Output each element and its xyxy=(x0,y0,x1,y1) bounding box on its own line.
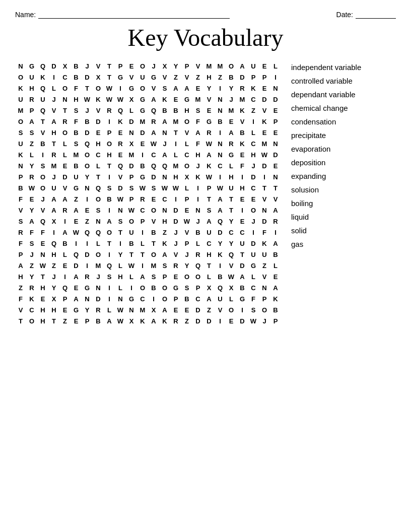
grid-cell: A xyxy=(192,127,203,138)
vocab-item: solid xyxy=(291,226,396,235)
grid-cell: N xyxy=(15,60,26,72)
grid-cell: V xyxy=(37,127,48,138)
grid-cell: R xyxy=(237,83,248,94)
grid-cell: D xyxy=(170,216,181,227)
grid-cell: Z xyxy=(48,260,59,271)
grid-cell: M xyxy=(137,116,148,127)
name-label: Name: xyxy=(15,11,36,19)
grid-cell: E xyxy=(270,105,281,116)
grid-cell: L xyxy=(226,293,237,304)
grid-cell: O xyxy=(137,83,148,94)
page-title: Key Vocabulary xyxy=(15,24,396,51)
grid-cell: O xyxy=(192,271,203,282)
grid-cell: B xyxy=(15,182,26,193)
grid-cell: D xyxy=(192,315,203,326)
grid-cell: Q xyxy=(37,105,48,116)
grid-cell: T xyxy=(104,238,115,249)
grid-cell: N xyxy=(215,149,226,160)
grid-cell: F xyxy=(71,83,82,94)
grid-cell: I xyxy=(215,315,226,326)
grid-cell: L xyxy=(126,105,137,116)
grid-cell: Y xyxy=(82,171,93,182)
grid-cell: T xyxy=(126,249,137,260)
grid-cell: N xyxy=(270,171,281,182)
grid-cell: K xyxy=(259,238,270,249)
grid-cell: J xyxy=(159,138,170,149)
grid-cell: N xyxy=(215,105,226,116)
grid-cell: I xyxy=(48,227,59,238)
grid-cell: N xyxy=(82,182,93,193)
grid-cell: A xyxy=(226,127,237,138)
grid-cell: O xyxy=(26,315,37,326)
grid-cell: K xyxy=(248,83,259,94)
grid-cell: F xyxy=(192,138,203,149)
grid-cell: C xyxy=(93,149,104,160)
grid-cell: Z xyxy=(203,304,215,315)
grid-cell: U xyxy=(26,72,37,83)
grid-cell: N xyxy=(259,205,270,216)
grid-cell: O xyxy=(148,205,159,216)
vocab-item: independent variable xyxy=(291,63,396,72)
grid-cell: C xyxy=(226,227,237,238)
grid-cell: L xyxy=(181,182,192,193)
grid-cell: I xyxy=(137,260,148,271)
grid-cell: L xyxy=(104,304,115,315)
grid-cell: V xyxy=(192,60,203,72)
grid-cell: Q xyxy=(37,216,48,227)
grid-cell: U xyxy=(126,227,137,238)
grid-cell: X xyxy=(226,282,237,293)
grid-cell: B xyxy=(59,238,71,249)
grid-cell: Z xyxy=(15,282,26,293)
grid-cell: N xyxy=(270,83,281,94)
grid-cell: S xyxy=(148,182,159,193)
grid-cell: W xyxy=(115,193,126,205)
grid-cell: I xyxy=(248,116,259,127)
grid-cell: G xyxy=(71,182,82,193)
grid-cell: O xyxy=(37,171,48,182)
grid-cell: T xyxy=(93,171,104,182)
grid-cell: I xyxy=(137,227,148,238)
grid-cell: P xyxy=(126,193,137,205)
grid-cell: S xyxy=(93,205,104,216)
grid-cell: P xyxy=(104,127,115,138)
grid-cell: A xyxy=(137,271,148,282)
grid-cell: I xyxy=(48,72,59,83)
grid-cell: P xyxy=(270,315,281,326)
grid-cell: X xyxy=(48,216,59,227)
vocab-item: boiling xyxy=(291,199,396,208)
grid-cell: V xyxy=(115,171,126,182)
grid-cell: D xyxy=(82,127,93,138)
grid-cell: T xyxy=(203,193,215,205)
grid-cell: N xyxy=(192,205,203,216)
grid-cell: U xyxy=(248,249,259,260)
grid-cell: I xyxy=(192,182,203,193)
grid-cell: U xyxy=(37,94,48,105)
grid-cell: D xyxy=(115,182,126,193)
grid-cell: D xyxy=(192,304,203,315)
grid-cell: C xyxy=(248,282,259,293)
grid-cell: Q xyxy=(93,182,104,193)
date-section: Date: xyxy=(336,10,396,19)
grid-cell: T xyxy=(115,227,126,238)
grid-cell: Y xyxy=(226,238,237,249)
grid-cell: P xyxy=(181,60,192,72)
grid-cell: V xyxy=(170,249,181,260)
grid-cell: H xyxy=(248,149,259,160)
grid-cell: O xyxy=(159,293,170,304)
grid-cell: Q xyxy=(115,160,126,171)
date-input-line xyxy=(356,10,396,19)
grid-cell: C xyxy=(137,205,148,216)
grid-cell: X xyxy=(148,304,159,315)
grid-cell: W xyxy=(126,260,137,271)
grid-cell: J xyxy=(170,227,181,238)
grid-cell: B xyxy=(137,160,148,171)
grid-cell: S xyxy=(126,182,137,193)
grid-cell: R xyxy=(170,260,181,271)
grid-cell: O xyxy=(82,160,93,171)
grid-cell: V xyxy=(148,216,159,227)
grid-cell: W xyxy=(215,182,226,193)
grid-cell: V xyxy=(181,127,192,138)
grid-cell: E xyxy=(82,205,93,216)
grid-cell: J xyxy=(82,105,93,116)
grid-cell: V xyxy=(226,260,237,271)
